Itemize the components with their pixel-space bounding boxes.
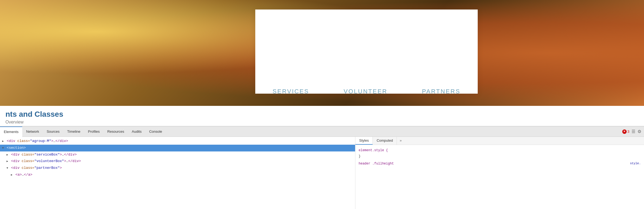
triangle-icon-6: [11, 173, 12, 177]
html-line-2[interactable]: <section>: [0, 145, 355, 151]
tab-timeline[interactable]: Timeline: [63, 126, 84, 137]
nav-item-services[interactable]: SERVICES: [273, 88, 309, 95]
triangle-icon-3: [7, 153, 8, 157]
html-line-6: <a>…</a>: [0, 172, 355, 178]
list-icon[interactable]: ☰: [632, 129, 635, 134]
html-line-1: <div class="agroup-M">…</div>: [0, 138, 355, 145]
page-title: nts and Classes: [5, 110, 639, 119]
tab-elements[interactable]: Elements: [0, 126, 22, 137]
triangle-icon-1: [2, 139, 4, 144]
style-rule-1: element.style { }: [359, 148, 641, 159]
toolbar-right: ✕ 3 ☰ ⚙: [622, 129, 644, 134]
styles-tabs: Styles Computed »: [355, 137, 644, 145]
page-content-area: nts and Classes Overview: [0, 106, 644, 126]
triangle-icon-2: [2, 146, 4, 150]
tab-sources[interactable]: Sources: [43, 126, 63, 137]
nav-item-volunteer[interactable]: VOLUNTEER: [344, 88, 387, 95]
triangle-icon-5: [7, 166, 8, 170]
tab-profiles[interactable]: Profiles: [84, 126, 103, 137]
styles-panel: Styles Computed » element.style { } head…: [355, 137, 644, 209]
error-count: 3: [627, 129, 629, 134]
webpage-preview: SERVICES VOLUNTEER PARTNERS: [0, 0, 644, 106]
html-line-3: <div class="serviceBox">…</div>: [0, 151, 355, 158]
styles-tab-computed[interactable]: Computed: [373, 137, 397, 145]
styles-tab-styles[interactable]: Styles: [355, 137, 373, 145]
devtools-panel: Elements Network Sources Timeline Profil…: [0, 126, 644, 209]
devtools-main: <div class="agroup-M">…</div> <section> …: [0, 137, 644, 209]
tab-network[interactable]: Network: [22, 126, 43, 137]
nav-items-container: SERVICES VOLUNTEER PARTNERS: [255, 88, 478, 95]
styles-content: element.style { } header .fullheight sty…: [355, 145, 644, 171]
tab-console[interactable]: Console: [145, 126, 166, 137]
html-line-5: <div class="partnerBox">: [0, 165, 355, 172]
style-rule-2: header .fullheight style.: [359, 161, 641, 167]
tab-resources[interactable]: Resources: [104, 126, 128, 137]
devtools-toolbar: Elements Network Sources Timeline Profil…: [0, 126, 644, 137]
error-badge: ✕ 3: [622, 129, 629, 134]
white-content-box: [255, 10, 478, 94]
elements-panel: <div class="agroup-M">…</div> <section> …: [0, 137, 355, 209]
page-subtitle: Overview: [5, 120, 639, 125]
triangle-icon-4: [7, 159, 8, 164]
tab-audits[interactable]: Audits: [128, 126, 145, 137]
styles-tab-more[interactable]: »: [397, 137, 404, 145]
settings-icon[interactable]: ⚙: [637, 129, 641, 134]
error-dot: ✕: [622, 129, 627, 134]
html-line-4: <div class="volunteerBox">…</div>: [0, 158, 355, 165]
nav-item-partners[interactable]: PARTNERS: [422, 88, 461, 95]
